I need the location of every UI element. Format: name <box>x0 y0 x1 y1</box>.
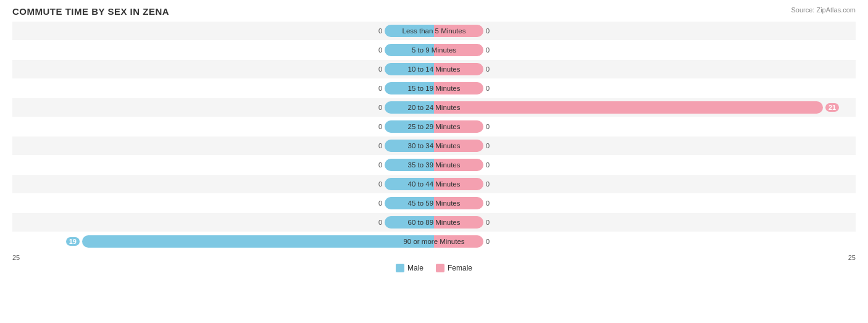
male-value: 0 <box>378 180 382 188</box>
table-row: 00Less than 5 Minutes <box>12 22 856 40</box>
chart-inner: 00Less than 5 Minutes005 to 9 Minutes001… <box>12 22 856 251</box>
female-value: 0 <box>486 85 490 92</box>
table-row: 0045 to 59 Minutes <box>12 194 856 212</box>
female-value: 0 <box>486 27 490 35</box>
table-row: 0035 to 39 Minutes <box>12 156 856 174</box>
axis-left-value: 25 <box>12 254 20 261</box>
chart-container: COMMUTE TIME BY SEX IN ZENA Source: ZipA… <box>0 0 868 323</box>
male-value: 0 <box>378 123 382 130</box>
female-value: 0 <box>486 142 490 149</box>
legend-female-box <box>436 264 444 272</box>
table-row: 02120 to 24 Minutes <box>12 98 856 117</box>
legend-male: Male <box>396 264 424 272</box>
female-value: 0 <box>486 123 490 130</box>
table-row: 005 to 9 Minutes <box>12 41 856 59</box>
table-row: 0060 to 89 Minutes <box>12 213 856 232</box>
male-value: 0 <box>378 199 382 207</box>
male-value: 0 <box>378 219 382 226</box>
table-row: 0025 to 29 Minutes <box>12 117 856 136</box>
legend-female: Female <box>436 264 472 272</box>
female-value: 0 <box>486 65 490 73</box>
female-value: 0 <box>486 199 490 207</box>
male-value: 0 <box>378 161 382 169</box>
male-value: 0 <box>378 27 382 35</box>
female-value: 0 <box>486 161 490 169</box>
female-value: 0 <box>486 180 490 188</box>
legend: Male Female <box>12 264 856 272</box>
legend-male-label: Male <box>407 264 424 272</box>
table-row: 0010 to 14 Minutes <box>12 60 856 78</box>
male-value: 0 <box>378 65 382 73</box>
male-value: 0 <box>378 46 382 54</box>
female-value: 0 <box>486 219 490 226</box>
male-value: 19 <box>66 237 80 246</box>
table-row: 0015 to 19 Minutes <box>12 79 856 98</box>
male-value: 0 <box>378 142 382 149</box>
male-value: 0 <box>378 85 382 92</box>
source-label: Source: ZipAtlas.com <box>791 6 856 14</box>
female-value: 21 <box>825 103 839 112</box>
female-value: 0 <box>486 46 490 54</box>
axis-right-value: 25 <box>848 254 856 261</box>
table-row: 0030 to 34 Minutes <box>12 136 856 155</box>
female-value: 0 <box>486 238 490 245</box>
table-row: 19090 or more Minutes <box>12 232 856 251</box>
table-row: 0040 to 44 Minutes <box>12 175 856 193</box>
chart-title: COMMUTE TIME BY SEX IN ZENA <box>12 6 856 17</box>
axis-bottom: 25 25 <box>12 251 856 261</box>
legend-male-box <box>396 264 404 272</box>
legend-female-label: Female <box>448 264 472 272</box>
male-value: 0 <box>378 104 382 111</box>
